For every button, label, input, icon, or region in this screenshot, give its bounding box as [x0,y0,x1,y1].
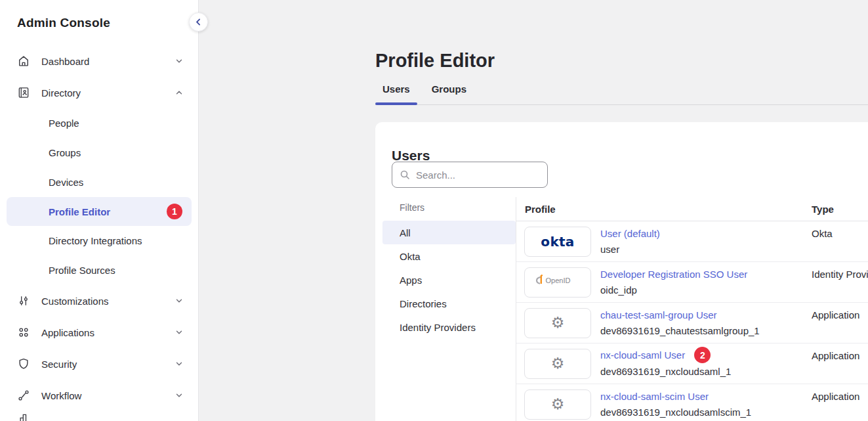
profile-logo-box: ⚙ [524,308,591,338]
profile-logo-box: okta [524,227,591,257]
tab-groups[interactable]: Groups [424,81,474,104]
reports-icon [18,412,31,421]
sidebar-item-label: Directory Integrations [49,235,142,246]
sidebar-item-label: Profile Editor [49,206,110,217]
sidebar-item-security[interactable]: Security [0,348,198,380]
sidebar-item-label: People [49,118,79,129]
filter-okta[interactable]: Okta [382,244,516,268]
sidebar-item-dashboard[interactable]: Dashboard [0,45,198,77]
page-title: Profile Editor [375,50,495,72]
okta-logo: okta [541,234,574,250]
filters-list: All Okta Apps Directories Identity Provi… [375,221,516,339]
workflow-icon [17,389,30,402]
gear-icon: ⚙ [551,397,565,412]
table-row: ⚙ chau-test-saml-group User dev86931619_… [516,303,868,343]
profile-name-link[interactable]: Developer Registration SSO User [600,269,747,280]
profile-id: dev86931619_nxcloudsamlscim_1 [600,405,751,420]
sliders-icon [17,294,30,307]
admin-console-window: Admin Console Dashboard Directory People… [0,0,868,421]
chevron-down-icon [175,359,184,368]
app-title: Admin Console [0,0,198,30]
sidebar-item-directory-integrations[interactable]: Directory Integrations [0,226,198,255]
chevron-down-icon [175,391,184,400]
sidebar-item-label: Dashboard [41,56,89,67]
profile-name-link[interactable]: nx-cloud-saml User [600,349,685,361]
profile-type: Application [812,391,859,402]
main-content: Profile Editor Users Groups Users Filter… [198,0,868,421]
profile-type: Application [812,350,859,361]
tab-users[interactable]: Users [375,81,417,104]
filter-apps[interactable]: Apps [382,268,516,292]
profile-logo-box: ⚙ [524,389,591,420]
profile-name-link[interactable]: nx-cloud-saml-scim User [600,391,709,402]
table-row: OpenID Developer Registration SSO User o… [516,262,868,303]
chevron-left-icon [194,18,203,26]
svg-text:OpenID: OpenID [546,276,571,284]
users-card: Users Filters All Okta Apps Directories … [375,122,868,421]
sidebar-item-workflow[interactable]: Workflow [0,380,198,411]
openid-logo: OpenID [534,273,581,292]
profiles-table: Profile Type okta User (default) user Ok… [516,197,868,421]
table-body: okta User (default) user Okta OpenID Dev… [516,221,868,421]
tab-label: Users [382,83,410,95]
sidebar-collapse-button[interactable] [189,12,208,32]
sidebar-item-groups[interactable]: Groups [0,138,198,167]
search-input[interactable] [392,162,548,188]
sidebar-item-devices[interactable]: Devices [0,167,198,197]
profile-id: dev86931619_nxcloudsaml_1 [600,364,731,380]
sidebar-nav: Dashboard Directory People Groups Device… [0,45,198,411]
filter-label: Identity Providers [400,322,476,333]
sidebar-item-directory[interactable]: Directory [0,77,198,108]
sidebar-item-label: Customizations [41,296,109,307]
gear-icon: ⚙ [551,315,565,330]
filter-label: All [400,227,411,238]
sidebar-item-label: Workflow [41,390,81,401]
search-box [392,162,548,188]
sidebar-item-label: Groups [49,147,81,158]
sidebar-item-label: Devices [49,177,83,188]
card-panel: Filters All Okta Apps Directories Identi… [375,197,868,421]
profile-type: Identity Provider [812,269,868,280]
profile-id: oidc_idp [600,282,747,298]
profile-name-link[interactable]: chau-test-saml-group User [600,309,717,321]
sidebar-item-label: Directory [41,87,81,99]
column-header-type: Type [812,204,834,215]
sidebar-item-label: Security [41,359,77,370]
filters-column: Filters All Okta Apps Directories Identi… [375,197,516,421]
profile-logo-box: ⚙ [524,349,591,379]
profile-type: Okta [812,228,833,239]
filter-all[interactable]: All [382,221,516,244]
filter-directories[interactable]: Directories [382,292,516,315]
filters-title: Filters [400,202,516,213]
tab-bar: Users Groups [375,81,868,105]
profile-name-link[interactable]: User (default) [600,228,660,239]
sidebar-item-profile-editor[interactable]: Profile Editor 1 [7,197,192,226]
sidebar: Admin Console Dashboard Directory People… [0,0,199,421]
table-row: ⚙ nx-cloud-saml User 2 dev86931619_nxclo… [516,343,868,384]
chevron-down-icon [175,296,184,305]
filter-identity-providers[interactable]: Identity Providers [382,315,516,339]
sidebar-item-label: Applications [41,327,94,338]
profile-id: user [600,242,660,257]
profile-type: Application [812,309,859,321]
chevron-down-icon [175,56,184,66]
column-header-profile: Profile [525,204,556,215]
sidebar-item-people[interactable]: People [0,108,198,138]
chevron-down-icon [175,328,184,337]
gear-icon: ⚙ [551,356,565,371]
annotation-badge: 2 [694,347,711,363]
table-row: okta User (default) user Okta [516,221,868,262]
chevron-up-icon [175,88,184,97]
sidebar-item-label: Profile Sources [49,265,115,276]
apps-grid-icon [17,326,30,339]
table-header: Profile Type [516,197,868,221]
profile-logo-box: OpenID [524,267,591,298]
sidebar-item-applications[interactable]: Applications [0,317,198,348]
filter-label: Apps [400,275,422,286]
profile-id: dev86931619_chautestsamlgroup_1 [600,323,760,339]
home-icon [17,55,30,68]
sidebar-item-profile-sources[interactable]: Profile Sources [0,255,198,285]
sidebar-item-customizations[interactable]: Customizations [0,285,198,317]
filter-label: Okta [400,251,421,262]
filter-label: Directories [400,298,447,309]
